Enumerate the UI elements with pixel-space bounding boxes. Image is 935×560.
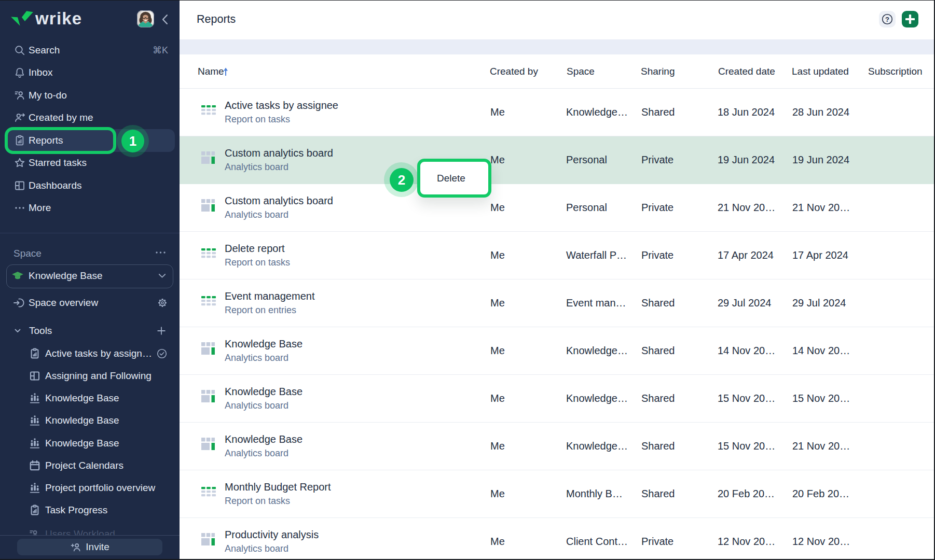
svg-text:?: ? (885, 16, 889, 23)
